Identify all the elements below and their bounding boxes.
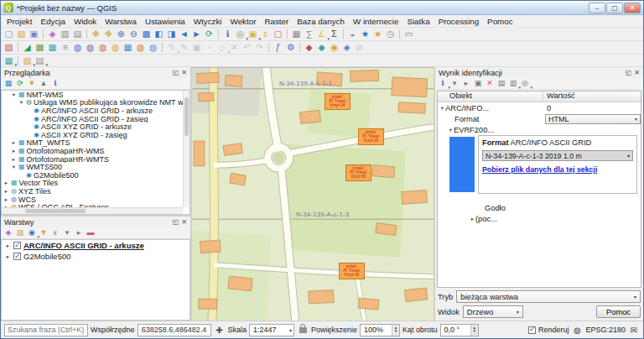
- map-themes-icon[interactable]: ◉▾: [26, 227, 38, 238]
- layout-manager-icon[interactable]: ▤: [71, 29, 84, 40]
- new-bookmark-icon[interactable]: ★: [359, 29, 371, 40]
- browser-filter-icon[interactable]: ▼: [26, 78, 38, 89]
- plugin-teal-icon[interactable]: ◆: [315, 42, 328, 54]
- browser-item[interactable]: ▸▦OrtofotomapaHR-WMTS: [2, 155, 183, 164]
- identify-settings-icon[interactable]: ◎▾: [519, 78, 531, 89]
- python-console-icon[interactable]: ƒ: [272, 42, 284, 54]
- menu-pomoc[interactable]: Pomoc: [483, 16, 517, 27]
- add-feature-icon[interactable]: ◦: [203, 42, 216, 54]
- identify-poc-row[interactable]: ▸ (poc...: [438, 213, 641, 224]
- identify-group-row[interactable]: ▾ EVRF200...: [438, 124, 641, 135]
- identify-root-row[interactable]: ▾ ARC/INFO... 0: [438, 102, 641, 113]
- locator-search-input[interactable]: [4, 324, 88, 336]
- new-layout-icon[interactable]: ▥: [59, 29, 71, 40]
- menu-warstwa[interactable]: Warstwa: [101, 16, 141, 27]
- menu-baza-danych[interactable]: Baza danych: [293, 16, 349, 27]
- identify-close-icon[interactable]: ✕: [634, 69, 640, 76]
- browser-item[interactable]: ▸▦Vector Tiles: [2, 180, 183, 188]
- titlebar[interactable]: Q *Projekt bez nazwy — QGIS – ▢ ✕: [1, 1, 643, 15]
- plugin-disabled-icon[interactable]: ⊘: [353, 42, 366, 54]
- refresh-map-icon[interactable]: ⟳: [203, 29, 216, 40]
- processing-toolbox-icon[interactable]: ⚙: [284, 42, 297, 54]
- menu-wektor[interactable]: Wektor: [226, 16, 261, 27]
- menu-w-internecie[interactable]: W internecie: [349, 16, 402, 27]
- browser-properties-icon[interactable]: ℹ: [49, 78, 61, 89]
- plugin-blue-icon[interactable]: ◈: [340, 42, 353, 54]
- new-project-icon[interactable]: ▢: [3, 29, 15, 40]
- collapse-all-layers-icon[interactable]: ▸: [73, 227, 85, 238]
- browser-float-icon[interactable]: ◱: [173, 69, 179, 76]
- zoom-in-icon[interactable]: ⊕: [115, 29, 127, 40]
- zoom-last-icon[interactable]: ◄: [178, 29, 190, 40]
- open-project-icon[interactable]: ▨: [15, 29, 28, 40]
- add-group-icon[interactable]: ▨: [14, 227, 26, 238]
- clear-results-icon[interactable]: ✕: [484, 78, 496, 89]
- browser-item[interactable]: ▾▦WMTS500: [2, 163, 183, 171]
- field-calculator-icon[interactable]: ∑: [303, 29, 315, 40]
- browser-item[interactable]: ▸◍WCS: [2, 196, 183, 204]
- zoom-to-selection-icon[interactable]: ◧: [153, 29, 165, 40]
- identify-column-header[interactable]: Obiekt Wartość: [438, 91, 641, 102]
- remove-layer-icon[interactable]: ▬: [85, 227, 96, 238]
- filter-legend-icon[interactable]: ▼: [38, 227, 49, 238]
- browser-collapse-all-icon[interactable]: ▲: [38, 78, 49, 89]
- select-by-expression-icon[interactable]: ε: [259, 29, 272, 40]
- extent-icon[interactable]: ✚: [214, 324, 226, 336]
- layers-float-icon[interactable]: ◱: [173, 218, 179, 226]
- snapping-options-icon[interactable]: ▦▾: [3, 55, 15, 66]
- data-source-manager-icon[interactable]: ▧: [3, 42, 15, 54]
- layers-panel-header[interactable]: Warstwy ◱ ✕: [1, 216, 190, 227]
- measure-icon[interactable]: ∠▾: [315, 29, 328, 40]
- layer-styling-icon[interactable]: ◈: [3, 227, 14, 238]
- zoom-to-layer-icon[interactable]: ◨: [165, 29, 178, 40]
- add-mssql-icon[interactable]: ◍: [96, 42, 109, 54]
- run-feature-action-icon[interactable]: ◎▾: [234, 29, 247, 40]
- coordinates-input[interactable]: [138, 324, 211, 336]
- browser-vertical-scrollbar[interactable]: [183, 91, 190, 207]
- identify-panel-header[interactable]: Wynik identyfikacji ◱ ✕: [435, 67, 643, 78]
- layer-visibility-checkbox[interactable]: [13, 242, 21, 249]
- add-xyz-icon[interactable]: ◍: [147, 42, 159, 54]
- download-data-link[interactable]: Pobierz plik danych dla tej sekcji: [482, 165, 633, 174]
- help-button[interactable]: Pomoc: [596, 305, 641, 318]
- deselect-features-icon[interactable]: ▢: [272, 29, 284, 40]
- temporal-controller-icon[interactable]: ◷: [384, 29, 397, 40]
- layer-extras-icon[interactable]: ▤▾: [34, 55, 46, 66]
- browser-refresh-icon[interactable]: ⟳: [14, 78, 26, 89]
- undo-icon[interactable]: ↶: [241, 42, 253, 54]
- current-edits-icon[interactable]: ✎▾: [165, 42, 178, 54]
- open-data-folder-icon[interactable]: ▨▾: [21, 55, 34, 66]
- browser-item[interactable]: ▸▦OrtofotomapaHR-WMS: [2, 147, 183, 155]
- plugin-red-icon[interactable]: ◆: [303, 42, 315, 54]
- menu-siatka[interactable]: Siatka: [402, 16, 434, 27]
- magnifier-spinbox[interactable]: 100%▲▼: [360, 324, 400, 336]
- plugin-marker-icon[interactable]: ◉: [328, 42, 340, 54]
- maximize-button[interactable]: ▢: [606, 3, 623, 13]
- identify-features-icon[interactable]: ℹ: [221, 29, 234, 40]
- format-select[interactable]: HTML: [545, 114, 641, 124]
- browser-item[interactable]: ▾◍Usługa WMS publikująca skorowidze NMT …: [2, 99, 183, 107]
- add-postgis-icon[interactable]: ◍: [71, 42, 84, 54]
- menu-wtyczki[interactable]: Wtyczki: [190, 16, 226, 27]
- browser-panel-header[interactable]: Przeglądarka ◱ ✕: [1, 67, 190, 78]
- menu-widok[interactable]: Widok: [70, 16, 101, 27]
- browser-item[interactable]: ◉ASCII XYZ GRID - arkusze: [2, 123, 183, 131]
- menu-raster[interactable]: Raster: [260, 16, 293, 27]
- save-edits-icon[interactable]: ▣: [190, 42, 203, 54]
- messages-icon[interactable]: ✉: [628, 324, 640, 336]
- layer-item[interactable]: ▸G2Mobile500: [2, 251, 190, 262]
- attribute-table-icon[interactable]: ▦: [290, 29, 303, 40]
- expander-icon[interactable]: ▸: [470, 216, 475, 222]
- select-features-icon[interactable]: ▣▾: [247, 29, 259, 40]
- rotation-spinbox[interactable]: 0,0 °▲▼: [440, 324, 479, 336]
- redo-icon[interactable]: ↷: [253, 42, 266, 54]
- identify-float-icon[interactable]: ◱: [626, 69, 632, 76]
- copy-feature-icon[interactable]: ▤: [496, 78, 507, 89]
- identify-mode-icon[interactable]: ℹ▾: [437, 78, 449, 89]
- expander-icon[interactable]: ▾: [439, 105, 445, 112]
- add-oracle-icon[interactable]: ◍: [109, 42, 122, 54]
- map-tips-icon[interactable]: ◒: [346, 29, 359, 40]
- browser-item[interactable]: ▸◍XYZ Tiles: [2, 187, 183, 196]
- lock-scale-icon[interactable]: [297, 324, 309, 336]
- menu-edycja[interactable]: Edycja: [37, 16, 70, 27]
